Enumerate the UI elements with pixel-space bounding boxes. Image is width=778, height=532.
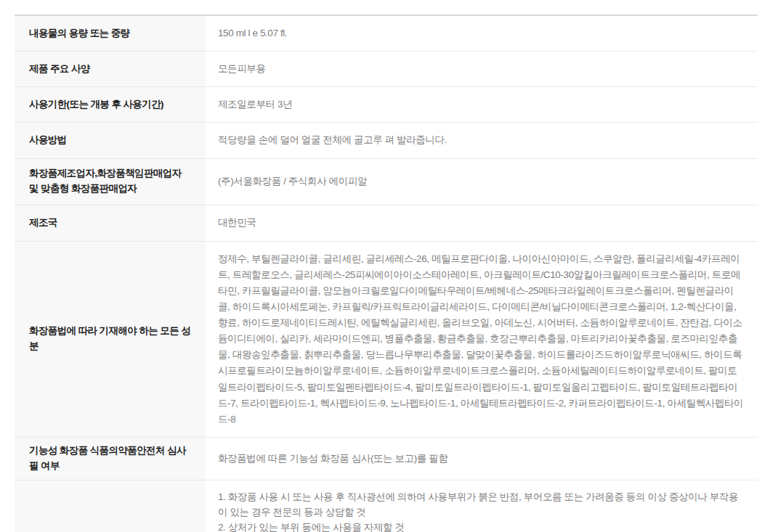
spec-value: 대한민국 [206, 205, 758, 241]
spec-value: 제조일로부터 3년 [206, 87, 758, 122]
spec-label: 사용기한(또는 개봉 후 사용기간) [15, 87, 206, 122]
spec-label: 사용방법 [15, 123, 206, 157]
spec-label: 제품 주요 사양 [15, 52, 206, 86]
spec-value: 1. 화장품 사용 시 또는 사용 후 직사광선에 의하여 사용부위가 붉은 반… [206, 480, 758, 532]
spec-value: 모든피부용 [206, 52, 758, 86]
spec-label: 화장품제조업자,화장품책임판매업자 및 맞춤형 화장품판매업자 [15, 159, 206, 205]
spec-value: 적당량을 손에 덜어 얼굴 전체에 골고루 펴 발라줍니다. [206, 123, 758, 157]
table-row: 화장품법에 따라 기재해야 하는 모든 성분 정제수, 부틸렌글라이콜, 글리세… [15, 242, 758, 438]
table-row: 내용물의 용량 또는 중량 150 ml l e 5.07 fl. [15, 16, 758, 52]
table-row: 사용방법 적당량을 손에 덜어 얼굴 전체에 골고루 펴 발라줍니다. [15, 123, 758, 158]
table-row: 사용할 때의 주의사항 1. 화장품 사용 시 또는 사용 후 직사광선에 의하… [15, 480, 758, 532]
spec-label: 기능성 화장품 식품의약품안전처 심사필 여부 [15, 438, 206, 480]
table-row: 제품 주요 사양 모든피부용 [15, 52, 758, 87]
table-row: 사용기한(또는 개봉 후 사용기간) 제조일로부터 3년 [15, 87, 758, 123]
spec-label: 내용물의 용량 또는 중량 [15, 16, 206, 51]
product-info-page: 내용물의 용량 또는 중량 150 ml l e 5.07 fl. 제품 주요 … [0, 0, 778, 532]
table-row: 화장품제조업자,화장품책임판매업자 및 맞춤형 화장품판매업자 (주)서울화장품… [15, 159, 758, 205]
spec-label: 화장품법에 따라 기재해야 하는 모든 성분 [15, 242, 206, 437]
product-spec-table: 내용물의 용량 또는 중량 150 ml l e 5.07 fl. 제품 주요 … [15, 15, 758, 532]
spec-label: 사용할 때의 주의사항 [15, 480, 206, 532]
spec-label: 제조국 [15, 205, 206, 241]
spec-value: 정제수, 부틸렌글라이콜, 글리세린, 글리세레스-26, 메틸프로판다이올, … [206, 242, 758, 437]
spec-value: (주)서울화장품 / 주식회사 에이피알 [206, 159, 758, 205]
spec-value: 화장품법에 따른 기능성 화장품 심사(또는 보고)를 필함 [206, 438, 758, 480]
spec-value: 150 ml l e 5.07 fl. [206, 16, 758, 51]
table-row: 기능성 화장품 식품의약품안전처 심사필 여부 화장품법에 따른 기능성 화장품… [15, 438, 758, 480]
table-row: 제조국 대한민국 [15, 205, 758, 242]
